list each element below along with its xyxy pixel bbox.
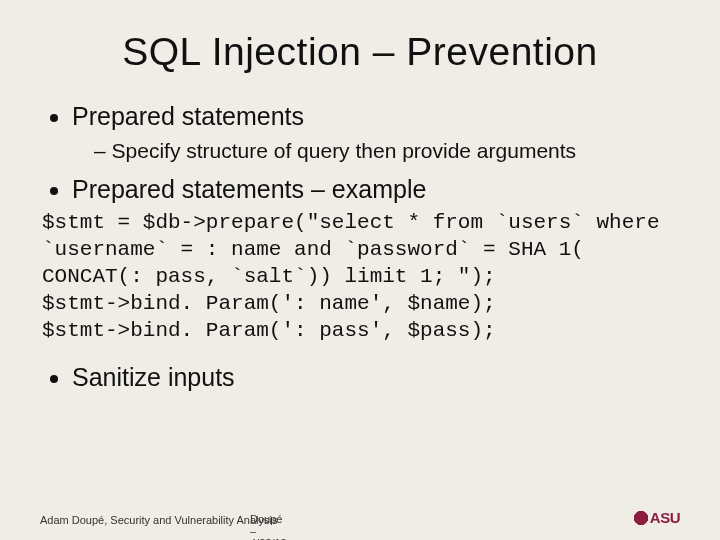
footer-date-overlay: Doupé – 4/23/12 <box>250 513 287 540</box>
slide: SQL Injection – Prevention Prepared stat… <box>0 0 720 540</box>
asu-logo: ASU <box>634 509 680 526</box>
bullet-prepared-example: Prepared statements – example <box>72 175 680 204</box>
bullet-prepared-statements: Prepared statements Specify structure of… <box>72 102 680 165</box>
bullet-list-2: Sanitize inputs <box>48 363 680 392</box>
footer-author: Adam Doupé, Security and Vulnerability A… <box>40 514 277 526</box>
bullet-text: Prepared statements <box>72 102 304 130</box>
logo-text: ASU <box>650 509 680 526</box>
footer: Adam Doupé, Security and Vulnerability A… <box>40 509 680 526</box>
bullet-sanitize: Sanitize inputs <box>72 363 680 392</box>
sub-bullet-specify: Specify structure of query then provide … <box>94 137 680 165</box>
code-block: $stmt = $db->prepare("select * from `use… <box>42 210 680 344</box>
slide-title: SQL Injection – Prevention <box>40 30 680 74</box>
bullet-list: Prepared statements Specify structure of… <box>48 102 680 204</box>
sunburst-icon <box>634 511 648 525</box>
footer-author-text: Adam Doupé, Security and Vulnerability A… <box>40 514 277 526</box>
sub-bullet-list: Specify structure of query then provide … <box>72 137 680 165</box>
